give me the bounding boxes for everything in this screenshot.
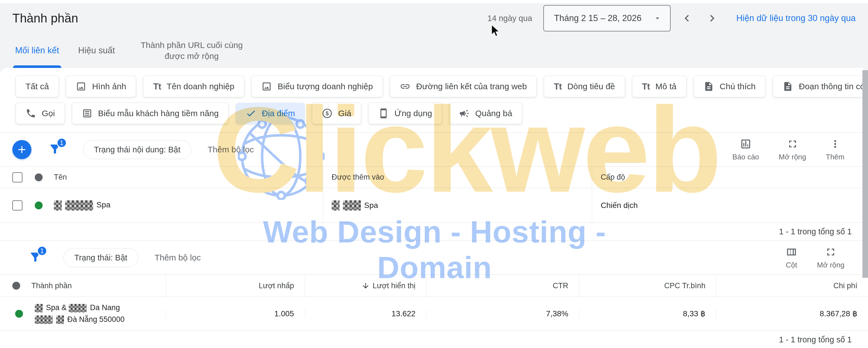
row-checkbox[interactable]	[12, 200, 23, 210]
text-icon: Tt	[642, 81, 650, 92]
redacted-text	[332, 200, 340, 210]
chip-image[interactable]: Hình ảnh	[66, 76, 136, 97]
more-vert-icon	[829, 138, 841, 150]
report-button[interactable]: Báo cáo	[732, 138, 759, 162]
chip-row-1: Tất cả Hình ảnh Tt Tên doanh nghiệp Biểu…	[16, 76, 857, 97]
chip-promotion[interactable]: Quảng bá	[449, 103, 522, 124]
impressions-value: 13.622	[305, 309, 426, 318]
image-icon	[261, 81, 272, 92]
show-data-link[interactable]: Hiện dữ liệu trong 30 ngày qua	[736, 13, 856, 23]
expand-button[interactable]: Mở rộng	[817, 246, 844, 269]
column-header-ctr[interactable]: CTR	[426, 275, 579, 297]
sort-descending-icon	[362, 282, 370, 290]
assets-stats-table: Thành phần Lượt nhấp Lượt hiển thị CTR C…	[0, 274, 868, 348]
chip-callout[interactable]: Chú thích	[693, 76, 765, 97]
date-range-value: Tháng 2 15 – 28, 2026	[554, 13, 642, 23]
chip-all[interactable]: Tất cả	[16, 76, 59, 97]
report-icon	[740, 138, 752, 150]
enabled-status-dot	[15, 310, 23, 318]
column-header-avg-cpc[interactable]: CPC Tr.bình	[579, 275, 716, 297]
google-ads-assets-page: Thành phần 14 ngày qua Tháng 2 15 – 28, …	[0, 0, 868, 348]
select-all-checkbox[interactable]	[12, 172, 23, 182]
column-header-impressions[interactable]: Lượt hiển thị	[305, 275, 426, 297]
chip-app[interactable]: Ứng dụng	[368, 103, 442, 124]
redacted-text	[65, 200, 93, 210]
chip-structured-snippet[interactable]: Đoạn thông tin có cấu trúc	[773, 76, 868, 97]
tab-expanded-final-url[interactable]: Thành phần URL cuối cùng được mở rộng	[124, 33, 259, 68]
associations-pagination: 1 - 1 trong tổng số 1	[0, 223, 868, 241]
date-range-selector[interactable]: Tháng 2 15 – 28, 2026	[543, 5, 671, 31]
smartphone-icon	[378, 108, 389, 119]
column-header-cost[interactable]: Chi phí	[716, 275, 868, 297]
redacted-text	[54, 200, 62, 210]
cost-value: 8.367,28 ฿	[716, 309, 868, 318]
chevron-right-icon	[705, 11, 719, 25]
chip-headline[interactable]: Tt Dòng tiêu đề	[544, 76, 625, 97]
previous-period-button[interactable]	[678, 9, 696, 27]
toolbar2-actions: Cột Mở rộng	[785, 246, 856, 269]
asset-stats-row[interactable]: Spa & Da Nang Đà Nẵng 550000 1.005 13.62…	[0, 297, 868, 330]
active-tab-underline	[13, 65, 61, 68]
link-icon	[400, 81, 410, 92]
check-icon	[246, 108, 256, 119]
chip-price[interactable]: $ Giá	[312, 103, 361, 124]
redacted-text	[35, 304, 42, 312]
expand-button[interactable]: Mở rộng	[779, 138, 806, 162]
tab-performance[interactable]: Hiệu suất	[69, 33, 124, 68]
column-header-asset[interactable]: Thành phần	[31, 282, 72, 290]
filter-button[interactable]: 1	[29, 250, 42, 265]
filter-count-badge: 1	[57, 138, 67, 148]
add-filter-button[interactable]: Thêm bộ lọc	[208, 145, 254, 154]
chip-business-logo[interactable]: Biểu tượng doanh nghiệp	[251, 76, 383, 97]
vertical-scrollbar	[862, 0, 868, 348]
associations-toolbar: 1 Trạng thái nội dung: Bật Thêm bộ lọc B…	[0, 133, 868, 167]
scrollbar-thumb[interactable]	[862, 70, 868, 278]
caret-down-icon	[653, 14, 662, 23]
chip-business-name[interactable]: Tt Tên doanh nghiệp	[143, 76, 244, 97]
chip-description[interactable]: Tt Mô tả	[632, 76, 686, 97]
added-to-value: Spa	[364, 201, 378, 210]
filter-button[interactable]: 1	[48, 142, 62, 157]
column-header-clicks[interactable]: Lượt nhấp	[166, 275, 305, 297]
status-filter-pill[interactable]: Trạng thái: Bật	[63, 248, 138, 267]
form-icon	[82, 108, 93, 119]
column-header-added-to[interactable]: Được thêm vào	[323, 167, 592, 188]
more-button[interactable]: Thêm	[826, 138, 844, 162]
assets-pagination: 1 - 1 trong tổng số 1	[0, 330, 868, 348]
redacted-text	[35, 315, 53, 324]
enabled-status-dot	[35, 202, 42, 209]
assets-toolbar: 1 Trạng thái: Bật Thêm bộ lọc Cột Mở rộn…	[0, 241, 868, 274]
redacted-text	[69, 304, 87, 312]
asset-name: Spa	[96, 200, 111, 209]
chip-row-2: Gọi Biểu mẫu khách hàng tiềm năng Địa đi…	[16, 103, 857, 124]
add-asset-button[interactable]	[12, 140, 31, 159]
columns-icon	[785, 246, 797, 258]
chip-lead-form[interactable]: Biểu mẫu khách hàng tiềm năng	[72, 103, 228, 124]
page-title: Thành phần	[12, 11, 78, 25]
association-row[interactable]: Spa Spa Chiến dịch	[0, 188, 868, 223]
avg-cpc-value: 8,33 ฿	[579, 309, 716, 318]
text-icon: Tt	[554, 81, 562, 92]
chip-location[interactable]: Địa điểm	[236, 103, 305, 124]
assets-table-header: Thành phần Lượt nhấp Lượt hiển thị CTR C…	[0, 274, 868, 297]
columns-button[interactable]: Cột	[785, 246, 797, 269]
clicks-value: 1.005	[166, 309, 305, 318]
tab-associations[interactable]: Mối liên kết	[6, 33, 69, 68]
price-icon: $	[322, 108, 333, 119]
top-bar: Thành phần 14 ngày qua Tháng 2 15 – 28, …	[0, 3, 868, 33]
redacted-text	[343, 200, 361, 210]
note-icon	[782, 81, 793, 92]
associations-table-header: Tên Được thêm vào Cấp độ	[0, 167, 868, 188]
note-icon	[704, 81, 714, 92]
add-filter-button[interactable]: Thêm bộ lọc	[154, 253, 201, 262]
chip-call[interactable]: Gọi	[16, 103, 65, 124]
next-period-button[interactable]	[703, 9, 721, 27]
content-status-filter-pill[interactable]: Trạng thái nội dung: Bật	[83, 140, 191, 159]
column-header-level[interactable]: Cấp độ	[592, 167, 868, 188]
chip-sitelink[interactable]: Đường liên kết của trang web	[390, 76, 537, 97]
phone-icon	[26, 108, 36, 119]
expand-icon	[787, 138, 799, 150]
column-header-name[interactable]: Tên	[54, 173, 67, 181]
level-value: Chiến dịch	[600, 201, 638, 210]
ctr-value: 7,38%	[426, 309, 579, 318]
